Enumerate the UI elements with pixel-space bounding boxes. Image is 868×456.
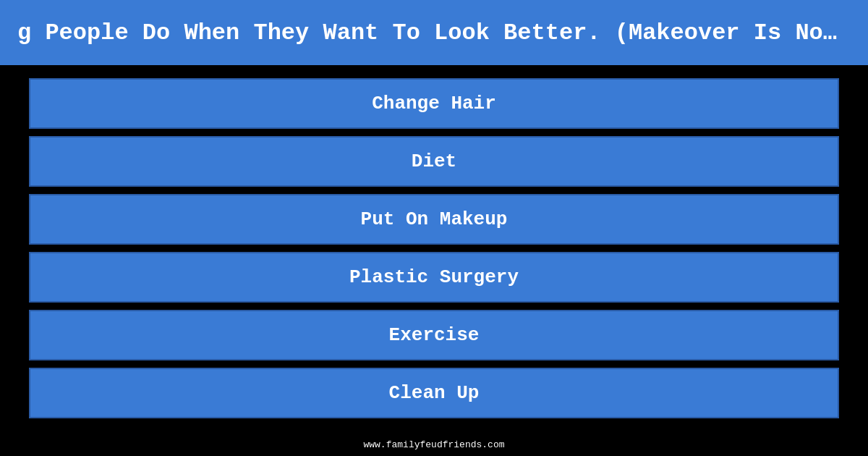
answer-text: Put On Makeup <box>361 208 508 230</box>
answer-text: Diet <box>412 151 456 172</box>
answer-text: Plastic Surgery <box>349 266 519 288</box>
answer-row[interactable]: Put On Makeup <box>29 194 839 245</box>
footer-url: www.familyfeudfriends.com <box>363 439 504 450</box>
answer-row[interactable]: Diet <box>29 136 839 187</box>
answers-list: Change HairDietPut On MakeupPlastic Surg… <box>0 65 868 434</box>
answer-text: Exercise <box>389 324 480 346</box>
answer-text: Clean Up <box>389 382 480 404</box>
question-header: g People Do When They Want To Look Bette… <box>0 0 868 65</box>
answer-row[interactable]: Change Hair <box>29 78 839 129</box>
question-text: g People Do When They Want To Look Bette… <box>17 20 851 46</box>
answer-row[interactable]: Exercise <box>29 310 839 360</box>
answer-row[interactable]: Plastic Surgery <box>29 252 839 303</box>
answer-text: Change Hair <box>372 93 496 114</box>
answer-row[interactable]: Clean Up <box>29 368 839 418</box>
footer: www.familyfeudfriends.com <box>0 434 868 456</box>
